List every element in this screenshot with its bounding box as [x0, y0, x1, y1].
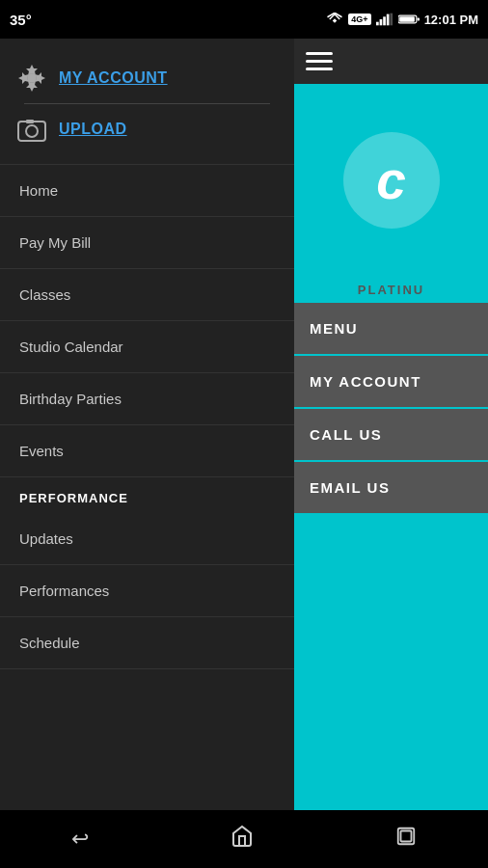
- svg-rect-3: [386, 14, 389, 26]
- network-badge: 4G+: [348, 14, 370, 25]
- upload-action[interactable]: UPLOAD: [10, 104, 285, 154]
- menu-button[interactable]: MENU: [294, 303, 488, 354]
- call-us-button[interactable]: CALL US: [294, 409, 488, 460]
- my-account-button[interactable]: MY ACCOUNT: [294, 356, 488, 407]
- performance-section-header: PERFORMANCE: [0, 477, 294, 513]
- signal-icon: [376, 13, 393, 26]
- nav-section: Home Pay My Bill Classes Studio Calendar…: [0, 165, 294, 868]
- camera-icon: [14, 112, 49, 147]
- wifi-icon: [326, 13, 343, 26]
- home-button[interactable]: [211, 817, 273, 861]
- time: 12:01 PM: [424, 13, 478, 27]
- svg-rect-11: [26, 120, 34, 123]
- nav-item-performances[interactable]: Performances: [0, 565, 294, 617]
- bottom-nav-bar: ↩: [0, 810, 488, 868]
- email-us-button[interactable]: EMAIL US: [294, 462, 488, 513]
- svg-point-10: [26, 125, 38, 137]
- nav-item-events[interactable]: Events: [0, 425, 294, 477]
- panel-subtitle: PLATINU: [348, 277, 434, 303]
- main-container: MY ACCOUNT UPLOAD Home Pay My Bill C: [0, 39, 488, 868]
- status-bar: 35° 4G+ 12:01 PM: [0, 0, 488, 39]
- gear-icon: [14, 61, 49, 95]
- nav-item-updates[interactable]: Updates: [0, 513, 294, 565]
- recent-apps-button[interactable]: [376, 818, 436, 860]
- logo-circle: c: [343, 132, 440, 229]
- svg-rect-2: [383, 16, 386, 25]
- nav-item-pay-my-bill[interactable]: Pay My Bill: [0, 217, 294, 269]
- svg-rect-7: [399, 16, 415, 22]
- nav-item-classes[interactable]: Classes: [0, 269, 294, 321]
- logo-area: c: [294, 84, 488, 277]
- temperature: 35°: [10, 12, 32, 28]
- right-panel: c PLATINU MENU MY ACCOUNT CALL US EMAIL …: [294, 39, 488, 868]
- battery-icon: [398, 14, 420, 25]
- svg-rect-0: [376, 22, 379, 26]
- svg-rect-4: [390, 14, 393, 26]
- sidebar-top-actions: MY ACCOUNT UPLOAD: [0, 39, 294, 165]
- back-button[interactable]: ↩: [52, 819, 108, 859]
- svg-rect-13: [401, 831, 412, 842]
- my-account-action[interactable]: MY ACCOUNT: [10, 53, 285, 103]
- nav-item-birthday-parties[interactable]: Birthday Parties: [0, 373, 294, 425]
- svg-rect-1: [379, 19, 382, 25]
- sidebar: MY ACCOUNT UPLOAD Home Pay My Bill C: [0, 39, 294, 868]
- nav-item-home[interactable]: Home: [0, 165, 294, 217]
- my-account-label: MY ACCOUNT: [59, 69, 168, 87]
- nav-item-studio-calendar[interactable]: Studio Calendar: [0, 321, 294, 373]
- hamburger-menu[interactable]: [306, 52, 333, 70]
- svg-rect-6: [417, 17, 419, 20]
- recent-icon: [395, 826, 417, 847]
- upload-label: UPLOAD: [59, 121, 127, 138]
- home-icon: [230, 825, 254, 848]
- status-right: 4G+ 12:01 PM: [326, 13, 478, 27]
- nav-item-schedule[interactable]: Schedule: [0, 617, 294, 669]
